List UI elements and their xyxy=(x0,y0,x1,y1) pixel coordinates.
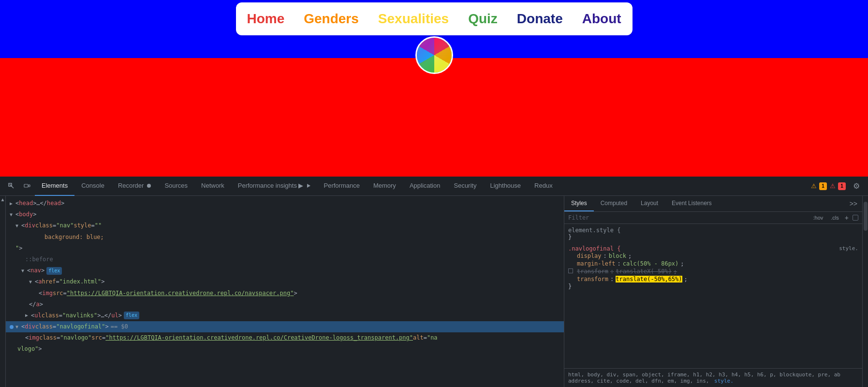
collapse-a[interactable]: ▼ xyxy=(29,278,35,286)
nav-link-donate[interactable]: Donate xyxy=(517,11,563,27)
warning-count-2: 1 xyxy=(838,182,846,190)
css-content: element.style { } .navlogofinal { style.… xyxy=(564,224,862,368)
nav-link-quiz[interactable]: Quiz xyxy=(468,11,498,27)
logo-circle-inner xyxy=(417,38,452,73)
scroll-thumb xyxy=(864,202,868,231)
recorder-dot-icon xyxy=(147,184,151,188)
collapse-body[interactable]: ▼ xyxy=(10,211,15,219)
style-link[interactable]: style. xyxy=(714,378,734,384)
nav-container: Home Genders Sexualities Quiz Donate Abo… xyxy=(236,2,633,35)
tree-before[interactable]: ::before xyxy=(6,254,564,265)
tree-quote-close: "> xyxy=(6,243,564,254)
tab-lighthouse[interactable]: Lighthouse xyxy=(483,177,528,196)
performance-insights-icon xyxy=(307,184,310,188)
website-preview: Home Genders Sexualities Quiz Donate Abo… xyxy=(0,0,868,177)
tab-styles[interactable]: Styles xyxy=(564,196,594,211)
elements-panel: ▶ <head>…</head> ▼ <body> ▼ <div class="… xyxy=(6,196,564,387)
nav-links: Home Genders Sexualities Quiz Donate Abo… xyxy=(247,11,621,27)
tree-bg-blue: background: blue; xyxy=(6,232,564,243)
scroll-up-arrow[interactable]: ▲ xyxy=(0,197,5,202)
warning-badge-1: ⚠ 1 xyxy=(811,182,827,190)
nav-link-home[interactable]: Home xyxy=(247,11,284,27)
tab-computed[interactable]: Computed xyxy=(594,196,634,211)
tab-performance[interactable]: Performance xyxy=(317,177,367,196)
inspect-icon[interactable] xyxy=(4,179,19,194)
css-rule-element-style: element.style { } xyxy=(568,227,858,240)
nav-link-genders[interactable]: Genders xyxy=(304,11,359,27)
css-prop-display: display : block ; xyxy=(568,252,858,260)
devtools-tabbar: Elements Console Recorder Sources Networ… xyxy=(0,177,868,196)
tree-body[interactable]: ▼ <body> xyxy=(6,209,564,220)
red-bar xyxy=(0,58,868,177)
tab-application[interactable]: Application xyxy=(403,177,447,196)
element-style-close: } xyxy=(568,234,572,240)
nav-link-sexualities[interactable]: Sexualities xyxy=(378,11,449,27)
tab-recorder[interactable]: Recorder xyxy=(111,177,158,196)
filter-add-button[interactable]: + xyxy=(845,214,849,222)
warning-count-1: 1 xyxy=(819,182,827,190)
collapse-navlogofinal[interactable]: ▼ xyxy=(15,323,21,331)
flex-badge: flex xyxy=(46,267,62,275)
tree-nav[interactable]: ▼ <nav> flex xyxy=(6,265,564,276)
tab-sources[interactable]: Sources xyxy=(158,177,194,196)
nav-link-about[interactable]: About xyxy=(582,11,621,27)
tab-memory[interactable]: Memory xyxy=(367,177,403,196)
tree-img-logo[interactable]: <img class="navlogo" src="https://LGBTQI… xyxy=(6,332,564,343)
html-tree[interactable]: ▶ <head>…</head> ▼ <body> ▼ <div class="… xyxy=(6,196,564,387)
collapse-ul[interactable]: ▶ xyxy=(25,312,31,319)
flex-badge-2: flex xyxy=(124,312,139,319)
selected-dot xyxy=(10,325,14,329)
css-prop-margin-left: margin-left : calc(50% - 86px) ; xyxy=(568,260,858,268)
navlogofinal-selector[interactable]: .navlogofinal { xyxy=(568,245,620,252)
collapse-nav[interactable]: ▼ xyxy=(21,267,27,275)
tab-layout[interactable]: Layout xyxy=(634,196,665,211)
device-icon[interactable] xyxy=(19,179,35,194)
tag-selector-line: html, body, div, span, object, iframe, h… xyxy=(564,368,862,387)
filter-checkbox[interactable] xyxy=(853,215,858,221)
settings-button[interactable]: ⚙ xyxy=(849,179,864,194)
tab-elements[interactable]: Elements xyxy=(35,177,74,196)
styles-more-button[interactable]: >> xyxy=(845,196,862,211)
tree-close-a[interactable]: </a> xyxy=(6,299,564,310)
collapse-nav-div[interactable]: ▼ xyxy=(15,222,21,230)
filter-cls-button[interactable]: .cls xyxy=(829,214,841,222)
tab-console[interactable]: Console xyxy=(74,177,111,196)
tab-performance-insights[interactable]: Performance insights ▶ xyxy=(231,177,317,196)
tree-head[interactable]: ▶ <head>…</head> xyxy=(6,198,564,209)
collapse-head[interactable]: ▶ xyxy=(10,200,15,208)
tree-img-spacer[interactable]: <img src="https://LGBTQIA-orientation.cr… xyxy=(6,288,564,299)
tree-navlogofinal[interactable]: ▼ <div class="navlogofinal" > == $0 xyxy=(6,321,564,332)
css-rule-navlogofinal: .navlogofinal { style. display : block ; xyxy=(568,245,858,290)
navlogofinal-source: style. xyxy=(839,245,858,252)
tree-div-nav[interactable]: ▼ <div class="nav" style="" xyxy=(6,220,564,231)
tab-network[interactable]: Network xyxy=(194,177,231,196)
warning-badge-2: ⚠ 1 xyxy=(830,182,846,190)
svg-rect-1 xyxy=(24,184,28,187)
svg-rect-2 xyxy=(29,185,30,187)
styles-tabs: Styles Computed Layout Event Listeners >… xyxy=(564,196,862,212)
tree-vlogo-close: vlogo"> xyxy=(6,343,564,355)
tab-security[interactable]: Security xyxy=(447,177,483,196)
element-style-selector: element.style { xyxy=(568,227,620,234)
dollar-sign: == $0 xyxy=(111,322,128,331)
tab-event-listeners[interactable]: Event Listeners xyxy=(665,196,719,211)
navlogofinal-close: } xyxy=(568,283,572,290)
devtools-body: ▲ ▶ <head>…</head> ▼ <body> xyxy=(0,196,868,387)
tree-ul[interactable]: ▶ <ul class="navlinks" >…</ul> flex xyxy=(6,310,564,321)
scroll-indicator: ▲ xyxy=(0,196,6,387)
logo-circle xyxy=(415,36,453,74)
transform-checkbox[interactable] xyxy=(568,268,573,273)
right-scrollbar[interactable] xyxy=(862,196,868,387)
tree-a-href[interactable]: ▼ <a href="index.html" > xyxy=(6,276,564,287)
tab-redux[interactable]: Redux xyxy=(528,177,559,196)
highlighted-transform-value: translate(-50%,65%) xyxy=(616,276,682,283)
filter-input[interactable] xyxy=(568,214,808,221)
filter-hov-button[interactable]: :hov xyxy=(811,214,825,222)
devtools-panel: Elements Console Recorder Sources Networ… xyxy=(0,177,868,387)
styles-panel: Styles Computed Layout Event Listeners >… xyxy=(564,196,862,387)
filter-bar: :hov .cls + xyxy=(564,212,862,224)
css-prop-transform-strike: transform : translateX(-50%) ; xyxy=(568,268,858,275)
css-prop-transform-highlighted: transform : translate(-50%,65%) ; xyxy=(568,275,858,283)
